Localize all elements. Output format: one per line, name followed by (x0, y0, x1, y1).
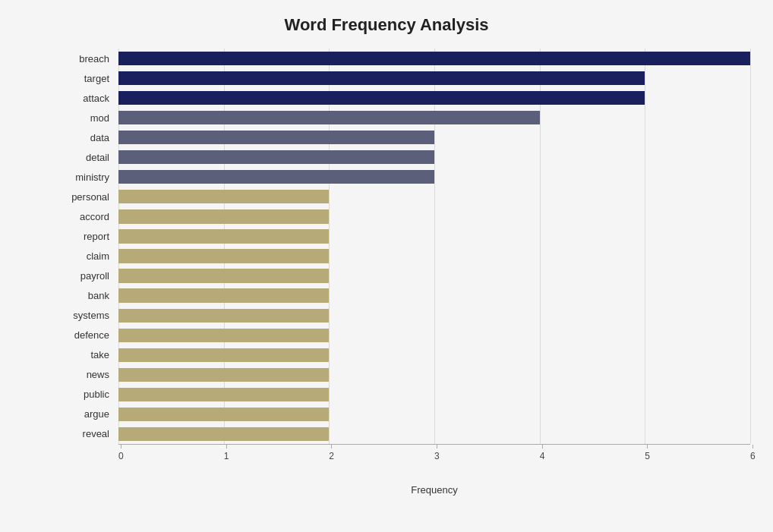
bar (118, 388, 329, 401)
bar-label: attack (61, 93, 114, 104)
x-tick-label: 0 (118, 451, 124, 461)
chart-container: Word Frequency Analysis breachtargetatta… (0, 0, 773, 532)
x-tick-line (752, 445, 753, 449)
bar-label: take (61, 349, 114, 360)
bar-bg (118, 385, 750, 405)
x-tick: 3 (434, 445, 440, 461)
bar-bg (118, 147, 750, 167)
chart-title: Word Frequency Analysis (23, 15, 750, 35)
bar-bg (118, 206, 750, 226)
bar-label: claim (61, 250, 114, 262)
bar (118, 309, 329, 323)
bar (118, 170, 434, 184)
x-tick-label: 4 (540, 451, 545, 461)
bar-label: personal (61, 191, 114, 203)
bar-bg (118, 286, 750, 306)
bar-bg (118, 424, 750, 444)
bar-label: mod (61, 112, 114, 124)
bar-label: data (61, 132, 114, 143)
x-tick-label: 3 (434, 451, 440, 461)
bar-row: personal (61, 187, 750, 206)
bar (118, 408, 329, 421)
bar-row: detail (61, 147, 750, 167)
bar (118, 427, 329, 441)
bar-row: news (61, 365, 750, 385)
bar-row: report (61, 226, 750, 246)
bar-row: accord (61, 206, 750, 226)
bar-row: bank (61, 286, 750, 306)
bar (118, 131, 434, 144)
bar-row: public (61, 385, 750, 405)
bar-label: breach (61, 53, 114, 65)
bar (118, 329, 329, 342)
bar-label: bank (61, 290, 114, 301)
bar (118, 368, 329, 382)
x-tick: 6 (750, 445, 756, 461)
bar-label: systems (61, 310, 114, 321)
bar-bg (118, 108, 750, 127)
bar-row: argue (61, 405, 750, 424)
bar (118, 71, 645, 85)
bar (118, 288, 329, 302)
bar-label: accord (61, 211, 114, 222)
bar-bg (118, 326, 750, 345)
bar-label: ministry (61, 172, 114, 183)
x-axis-label: Frequency (118, 484, 750, 496)
x-tick-label: 2 (329, 451, 334, 461)
bar-bg (118, 405, 750, 424)
bar (118, 111, 540, 124)
bar (118, 209, 329, 223)
bar-row: systems (61, 306, 750, 326)
bar-label: report (61, 231, 114, 242)
bar-bg (118, 167, 750, 187)
bars-wrapper: breachtargetattackmoddatadetailministryp… (61, 49, 750, 444)
bar-row: data (61, 127, 750, 147)
x-tick-line (226, 445, 227, 449)
x-tick-label: 6 (750, 451, 756, 461)
bar-label: reveal (61, 428, 114, 439)
x-tick-label: 1 (224, 451, 229, 461)
x-axis: 0123456 (118, 444, 750, 474)
bar-bg (118, 266, 750, 286)
x-tick-line (331, 445, 332, 449)
bar-label: defence (61, 329, 114, 341)
x-tick: 0 (118, 445, 124, 461)
bar-label: payroll (61, 270, 114, 282)
bar-row: take (61, 345, 750, 365)
bar-row: claim (61, 246, 750, 266)
bar (118, 229, 329, 243)
x-tick-line (647, 445, 648, 449)
bar-label: news (61, 369, 114, 380)
bar-label: target (61, 73, 114, 84)
bar-label: public (61, 389, 114, 400)
x-tick-line (542, 445, 543, 449)
bar-row: mod (61, 108, 750, 127)
bar-row: payroll (61, 266, 750, 286)
bar-row: breach (61, 49, 750, 68)
bar-row: target (61, 68, 750, 88)
x-tick-line (121, 445, 121, 449)
bar-bg (118, 226, 750, 246)
x-tick: 1 (224, 445, 229, 461)
bar (118, 52, 750, 65)
bar-bg (118, 246, 750, 266)
bar-row: reveal (61, 424, 750, 444)
bar-bg (118, 88, 750, 108)
bar (118, 150, 434, 164)
bar-bg (118, 187, 750, 206)
bar-bg (118, 68, 750, 88)
bar-label: detail (61, 152, 114, 163)
grid-line (750, 49, 751, 444)
bar-row: defence (61, 326, 750, 345)
bar-bg (118, 345, 750, 365)
bar-row: attack (61, 88, 750, 108)
bar-label: argue (61, 408, 114, 420)
bar-bg (118, 365, 750, 385)
bar (118, 249, 329, 263)
x-tick-label: 5 (645, 451, 650, 461)
x-tick: 5 (645, 445, 650, 461)
x-tick: 4 (540, 445, 545, 461)
bar-bg (118, 127, 750, 147)
bar-row: ministry (61, 167, 750, 187)
chart-area: breachtargetattackmoddatadetailministryp… (61, 49, 750, 474)
